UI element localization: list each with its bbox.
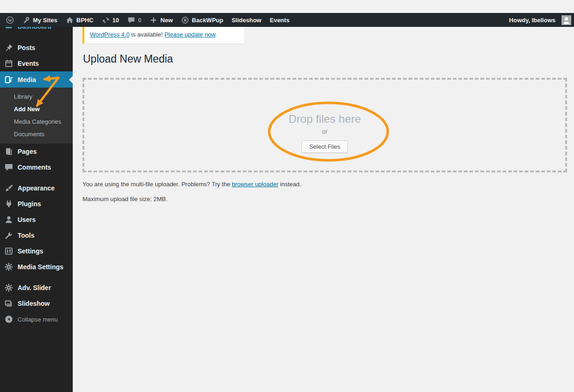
sidebar-label-users: Users	[18, 216, 36, 223]
uploader-note-text: You are using the multi-file uploader. P…	[82, 181, 232, 188]
sidebar-item-posts[interactable]: Posts	[0, 40, 73, 56]
sidebar-item-plugins[interactable]: Plugins	[0, 196, 73, 212]
notice-period: .	[215, 31, 217, 38]
my-sites-label: My Sites	[33, 17, 57, 24]
main-content: WordPress 4.0 is available! Please updat…	[73, 27, 574, 392]
network-key-icon	[22, 16, 30, 24]
collapse-menu-button[interactable]: Collapse menu	[0, 311, 73, 327]
sidebar-item-settings[interactable]: Settings	[0, 243, 73, 259]
admin-bar: My Sites BPHC 10 0 New BackWPup Slidesho…	[0, 13, 574, 27]
update-icon	[102, 16, 110, 24]
plug-icon	[4, 199, 13, 209]
notice-text: is available!	[130, 31, 164, 38]
upload-dropzone[interactable]: Drop files here or Select Files	[82, 78, 567, 172]
comments-count: 0	[138, 17, 141, 24]
sidebar-label-media-settings: Media Settings	[18, 263, 63, 271]
submenu-item-documents[interactable]: Documents	[0, 128, 73, 140]
sidebar-item-users[interactable]: Users	[0, 212, 73, 228]
media-icon	[4, 75, 13, 84]
page-title: Upload New Media	[83, 52, 173, 65]
backwpup-label: BackWPup	[192, 17, 223, 24]
user-icon	[4, 215, 13, 224]
sidebar-label-dashboard: Dashboard	[18, 27, 51, 30]
slideshow-menu[interactable]: Slideshow	[227, 13, 265, 27]
new-label: New	[160, 17, 173, 24]
sidebar-label-slideshow: Slideshow	[18, 300, 50, 307]
collapse-menu-label: Collapse menu	[18, 316, 58, 323]
site-name-label: BPHC	[76, 17, 94, 24]
update-notice: WordPress 4.0 is available! Please updat…	[82, 27, 244, 44]
events-menu[interactable]: Events	[265, 13, 294, 27]
sidebar-label-plugins: Plugins	[18, 200, 41, 208]
howdy-label: Howdy, lbellows	[509, 17, 555, 24]
avatar-person-icon	[561, 15, 571, 25]
sidebar-item-pages[interactable]: Pages	[0, 144, 73, 159]
sidebar-item-tools[interactable]: Tools	[0, 228, 73, 243]
sidebar-item-dashboard[interactable]: Dashboard	[0, 27, 73, 34]
collapse-arrow-icon	[4, 315, 13, 324]
sidebar-label-tools: Tools	[18, 232, 34, 239]
calendar-icon	[4, 59, 13, 68]
sidebar-label-settings: Settings	[18, 247, 43, 255]
submenu-label-documents: Documents	[14, 131, 44, 138]
sidebar-item-slideshow[interactable]: Slideshow	[0, 296, 73, 311]
slideshow-label: Slideshow	[232, 17, 261, 24]
sidebar-item-media-settings[interactable]: Media Settings	[0, 259, 73, 275]
sidebar-label-comments: Comments	[18, 164, 51, 171]
wp-logo-menu[interactable]	[2, 13, 18, 27]
pages-icon	[4, 147, 13, 156]
sidebar-label-media: Media	[18, 76, 36, 83]
uploader-note-text-after: instead.	[278, 181, 301, 188]
submenu-label-media-categories: Media Categories	[14, 118, 61, 125]
sidebar-label-appearance: Appearance	[18, 184, 55, 192]
updates-menu[interactable]: 10	[98, 13, 123, 27]
sidebar-item-media[interactable]: Media	[0, 71, 73, 88]
sidebar-item-appearance[interactable]: Appearance	[0, 180, 73, 196]
comment-bubble-icon	[127, 16, 135, 24]
update-now-link[interactable]: Please update now	[164, 31, 215, 38]
submenu-label-add-new: Add New	[14, 106, 40, 113]
wordpress-version-link[interactable]: WordPress 4.0	[90, 31, 130, 38]
sidebar-item-events[interactable]: Events	[0, 56, 73, 71]
sidebar-label-events: Events	[18, 60, 39, 67]
admin-sidebar: Dashboard Posts Events Media Library Add…	[0, 27, 73, 392]
comments-menu[interactable]: 0	[123, 13, 145, 27]
sidebar-label-posts: Posts	[18, 44, 35, 51]
sliders-icon	[4, 247, 13, 256]
or-text: or	[322, 128, 328, 135]
sidebar-item-adv-slider[interactable]: Adv. Slider	[0, 280, 73, 296]
submenu-item-library[interactable]: Library	[0, 90, 73, 103]
plus-icon	[150, 16, 158, 24]
site-menu[interactable]: BPHC	[62, 13, 98, 27]
backwpup-menu[interactable]: BackWPup	[177, 13, 227, 27]
slides-icon	[4, 299, 13, 308]
sidebar-label-pages: Pages	[18, 148, 37, 155]
gear-icon	[4, 262, 13, 272]
my-sites-menu[interactable]: My Sites	[18, 13, 62, 27]
my-account-menu[interactable]: Howdy, lbellows	[505, 15, 571, 25]
drop-files-text: Drop files here	[289, 112, 361, 126]
backwpup-logo-icon	[181, 16, 189, 24]
select-files-button[interactable]: Select Files	[302, 140, 347, 153]
paintbrush-icon	[4, 183, 13, 193]
max-upload-size-text: Maximum upload file size: 2MB.	[82, 196, 168, 202]
gear-icon	[4, 283, 13, 292]
avatar	[561, 15, 571, 25]
comment-bubble-icon	[4, 163, 13, 172]
wordpress-logo-icon	[6, 16, 14, 24]
wrench-icon	[4, 231, 13, 240]
submenu-item-add-new[interactable]: Add New	[0, 103, 73, 115]
browser-uploader-link[interactable]: browser uploader	[232, 181, 278, 188]
updates-count: 10	[113, 17, 119, 24]
new-content-menu[interactable]: New	[145, 13, 177, 27]
uploader-note: You are using the multi-file uploader. P…	[82, 181, 301, 188]
home-icon	[66, 16, 74, 24]
pushpin-icon	[4, 43, 13, 52]
submenu-label-library: Library	[14, 93, 32, 100]
dashboard-icon	[4, 27, 13, 31]
sidebar-label-adv-slider: Adv. Slider	[18, 284, 51, 291]
media-submenu: Library Add New Media Categories Documen…	[0, 88, 73, 144]
submenu-item-media-categories[interactable]: Media Categories	[0, 115, 73, 128]
sidebar-item-comments[interactable]: Comments	[0, 159, 73, 175]
events-label: Events	[270, 17, 290, 24]
